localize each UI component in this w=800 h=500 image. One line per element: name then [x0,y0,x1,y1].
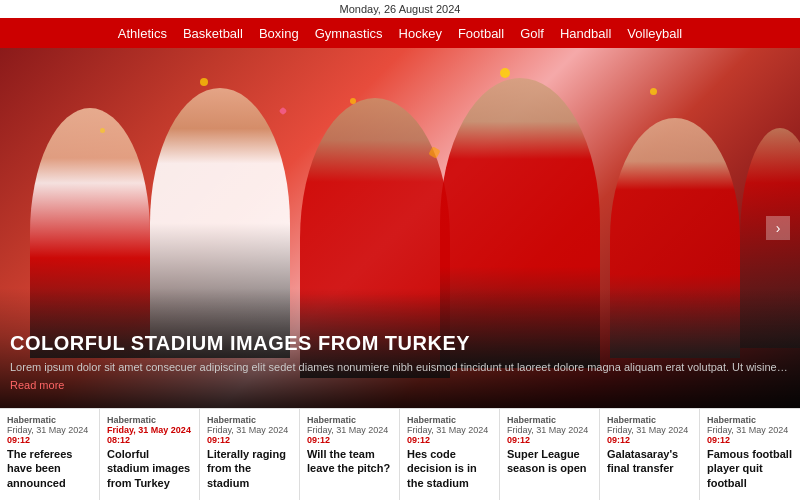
news-date: Friday, 31 May 2024 [307,425,392,435]
news-headline: Famous football player quit football [707,447,793,490]
news-time: 09:12 [707,435,793,445]
news-source: Habermatic [507,415,592,425]
news-time: 09:12 [7,435,92,445]
nav-item-boxing[interactable]: Boxing [259,26,299,41]
news-card[interactable]: HabermaticFriday, 31 May 202409:12Litera… [200,409,300,500]
nav-item-athletics[interactable]: Athletics [118,26,167,41]
news-time: 09:12 [607,435,692,445]
news-source: Habermatic [107,415,192,425]
news-source: Habermatic [707,415,793,425]
news-date: Friday, 31 May 2024 [507,425,592,435]
news-date: Friday, 31 May 2024 [207,425,292,435]
news-date: Friday, 31 May 2024 [607,425,692,435]
news-card[interactable]: HabermaticFriday, 31 May 202409:12Famous… [700,409,800,500]
news-headline: Literally raging from the stadium [207,447,292,490]
news-headline: Hes code decision is in the stadium [407,447,492,490]
hero-read-more-link[interactable]: Read more [10,379,64,391]
news-source: Habermatic [307,415,392,425]
news-source: Habermatic [607,415,692,425]
news-source: Habermatic [207,415,292,425]
news-card[interactable]: HabermaticFriday, 31 May 202409:12The re… [0,409,100,500]
news-card[interactable]: HabermaticFriday, 31 May 202409:12Will t… [300,409,400,500]
news-time: 09:12 [407,435,492,445]
news-headline: Galatasaray's final transfer [607,447,692,476]
hero-title: COLORFUL STADIUM IMAGES FROM TURKEY [10,332,790,355]
nav-item-football[interactable]: Football [458,26,504,41]
top-bar: Monday, 26 August 2024 [0,0,800,18]
news-time: 09:12 [307,435,392,445]
nav-item-hockey[interactable]: Hockey [399,26,442,41]
nav-item-volleyball[interactable]: Volleyball [627,26,682,41]
news-headline: The referees have been announced [7,447,92,490]
news-card[interactable]: HabermaticFriday, 31 May 202409:12Galata… [600,409,700,500]
news-time: 08:12 [107,435,192,445]
news-headline: Will the team leave the pitch? [307,447,392,476]
news-source: Habermatic [407,415,492,425]
hero-next-button[interactable]: › [766,216,790,240]
nav-item-basketball[interactable]: Basketball [183,26,243,41]
hero-section: › COLORFUL STADIUM IMAGES FROM TURKEY Lo… [0,48,800,408]
news-date: Friday, 31 May 2024 [407,425,492,435]
news-source: Habermatic [7,415,92,425]
nav-item-golf[interactable]: Golf [520,26,544,41]
date-label: Monday, 26 August 2024 [340,3,461,15]
news-date: Friday, 31 May 2024 [107,425,192,435]
main-nav: AthleticsBasketballBoxingGymnasticsHocke… [0,18,800,48]
news-card[interactable]: HabermaticFriday, 31 May 202409:12Hes co… [400,409,500,500]
news-time: 09:12 [207,435,292,445]
news-card[interactable]: HabermaticFriday, 31 May 202409:12Super … [500,409,600,500]
news-date: Friday, 31 May 2024 [7,425,92,435]
news-strip: HabermaticFriday, 31 May 202409:12The re… [0,408,800,500]
hero-text-area: COLORFUL STADIUM IMAGES FROM TURKEY Lore… [10,332,790,393]
nav-item-handball[interactable]: Handball [560,26,611,41]
news-time: 09:12 [507,435,592,445]
news-card[interactable]: HabermaticFriday, 31 May 202408:12Colorf… [100,409,200,500]
nav-item-gymnastics[interactable]: Gymnastics [315,26,383,41]
news-headline: Colorful stadium images from Turkey [107,447,192,490]
news-headline: Super League season is open [507,447,592,476]
news-date: Friday, 31 May 2024 [707,425,793,435]
hero-description: Lorem ipsum dolor sit amet consecuer adi… [10,360,790,375]
